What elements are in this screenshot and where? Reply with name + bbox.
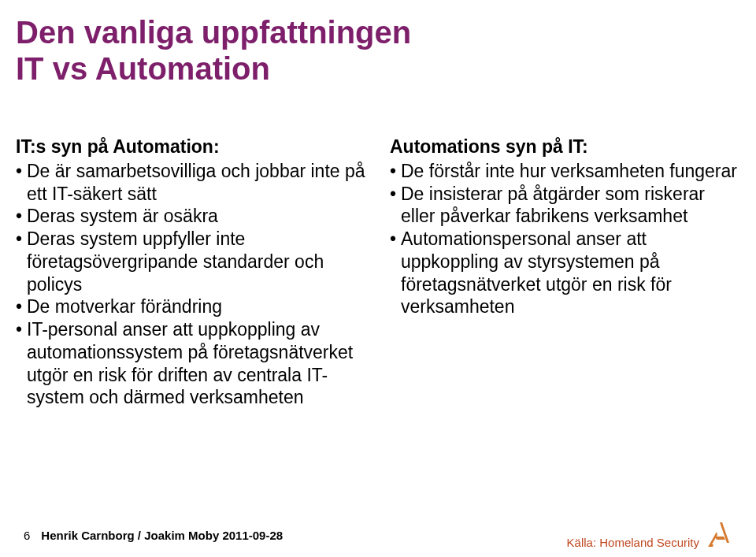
- footer-left: 6 Henrik Carnborg / Joakim Moby 2011-09-…: [24, 529, 283, 542]
- right-bullet-list: De förstår inte hur verksamheten fungera…: [390, 160, 740, 318]
- title-line-2: IT vs Automation: [16, 50, 740, 87]
- footer: 6 Henrik Carnborg / Joakim Moby 2011-09-…: [0, 521, 756, 549]
- page-number: 6: [24, 529, 30, 542]
- left-heading: IT:s syn på Automation:: [16, 136, 366, 158]
- list-item: IT-personal anser att uppkoppling av aut…: [16, 318, 366, 409]
- right-column: Automations syn på IT: De förstår inte h…: [390, 136, 740, 409]
- left-column: IT:s syn på Automation: De är samarbetso…: [16, 136, 366, 409]
- list-item: De insisterar på åtgärder som riskerar e…: [390, 183, 740, 228]
- source-citation: Källa: Homeland Security: [567, 536, 699, 549]
- content-columns: IT:s syn på Automation: De är samarbetso…: [16, 136, 740, 409]
- list-item: De är samarbetsovilliga och jobbar inte …: [16, 160, 366, 206]
- left-bullet-list: De är samarbetsovilliga och jobbar inte …: [16, 160, 366, 409]
- list-item: Automationspersonal anser att uppkopplin…: [390, 228, 740, 318]
- list-item: De förstår inte hur verksamheten fungera…: [390, 160, 740, 183]
- presenter-info: Henrik Carnborg / Joakim Moby 2011-09-28: [41, 529, 283, 542]
- list-item: Deras system uppfyller inte företagsöver…: [16, 228, 366, 295]
- list-item: De motverkar förändring: [16, 295, 366, 318]
- title-line-1: Den vanliga uppfattningen: [16, 14, 740, 50]
- logo-icon: [706, 521, 732, 549]
- slide: Den vanliga uppfattningen IT vs Automati…: [0, 0, 756, 557]
- right-heading: Automations syn på IT:: [390, 136, 740, 158]
- title-block: Den vanliga uppfattningen IT vs Automati…: [16, 14, 740, 87]
- footer-right: Källa: Homeland Security: [567, 521, 732, 549]
- list-item: Deras system är osäkra: [16, 205, 366, 228]
